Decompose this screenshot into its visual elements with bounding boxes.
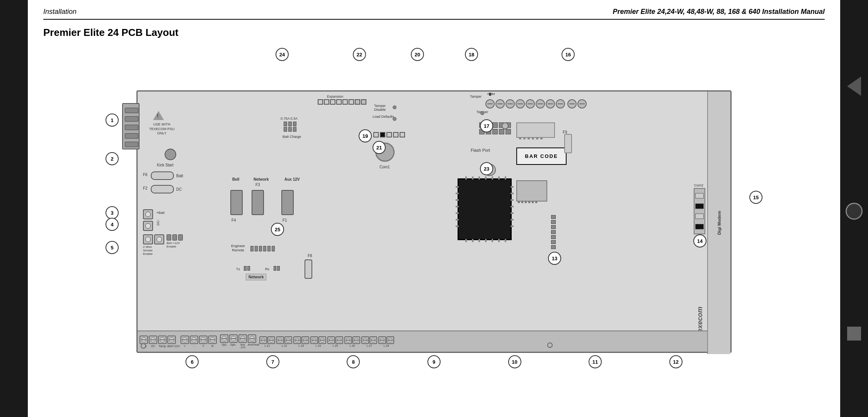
rx-label: Rx xyxy=(265,267,269,271)
tamper-terminals xyxy=(485,99,587,108)
pcb-board: ! USE WITHTEXECOM PSUONLY F6 Batt F2 DC … xyxy=(136,90,732,353)
terminal-5: 2 WireSmokeEnable xyxy=(143,234,164,244)
tamper-disable-label: TamperDisable xyxy=(374,104,386,112)
small-ic-2 xyxy=(516,180,547,202)
dc-label: DC xyxy=(176,187,182,192)
page-header: Installation Premier Elite 24,24-W, 48,4… xyxy=(43,8,825,20)
callout-21-circle: 21 xyxy=(373,141,386,154)
engineer-remote-pins xyxy=(250,246,275,251)
flash-port-label: Flash Port xyxy=(471,147,490,153)
fuse-f2 xyxy=(151,185,174,193)
callout-23-circle: 23 xyxy=(480,162,493,175)
led-load-defaults xyxy=(393,117,397,121)
arrow-left-icon[interactable] xyxy=(847,76,861,96)
tamper-label: Tamper xyxy=(470,95,482,98)
com2-connector xyxy=(694,188,705,234)
square-button[interactable] xyxy=(847,327,861,341)
barcode-text: BAR CODE xyxy=(525,153,558,159)
callout-24: 24 xyxy=(276,48,289,61)
f6-label: F6 xyxy=(143,173,148,177)
callout-3-outer: 3 xyxy=(106,206,119,219)
callout-4-outer: 4 xyxy=(106,218,119,231)
digi-modem-label: Digi Modem xyxy=(717,211,722,235)
engineer-remote-label: EngineerRemote xyxy=(231,244,245,253)
header-left: Installation xyxy=(43,8,77,16)
small-ic-1 xyxy=(516,122,555,138)
relay-aux12v-f1 xyxy=(281,190,294,215)
power-connector xyxy=(122,103,140,149)
callout-19-circle: 19 xyxy=(359,129,372,142)
callout-20: 20 xyxy=(411,48,424,61)
f4-label: F4 xyxy=(231,218,236,222)
bottom-terminals: Strb 0V Tamp Bell+12V xyxy=(138,331,707,352)
network-label: Network xyxy=(254,177,269,181)
load-defaults-label: Load Defaults xyxy=(373,115,394,119)
circle-button[interactable] xyxy=(846,203,863,220)
tx-label: Tx xyxy=(236,267,240,271)
callout-10: 10 xyxy=(508,355,521,368)
callout-15-outer: 15 xyxy=(749,191,762,204)
f8-label: F8 xyxy=(308,254,312,258)
callout-8: 8 xyxy=(347,355,360,368)
callout-17-circle: 17 xyxy=(480,119,493,132)
expansion-label: Expansion xyxy=(327,95,343,98)
terminal-3: +Batt xyxy=(143,209,165,221)
callout-19-leds xyxy=(373,132,405,137)
f1-label: F1 xyxy=(283,218,287,222)
led-tamper-disable xyxy=(393,105,397,109)
callout-11: 11 xyxy=(589,355,602,368)
callout-25-circle: 25 xyxy=(271,223,284,236)
callout-14-circle: 14 xyxy=(693,234,706,247)
callout-12: 12 xyxy=(669,355,682,368)
f2-label: F2 xyxy=(143,186,148,190)
bottom-right-led xyxy=(547,342,553,348)
large-ic-chip xyxy=(458,178,512,240)
network-connector-text: Network xyxy=(248,275,264,279)
f9-component xyxy=(564,134,572,153)
callout-5-outer: 5 xyxy=(106,241,119,254)
digi-modem-strip: Digi Modem xyxy=(707,92,730,354)
warning-symbol: ! xyxy=(153,111,164,120)
main-content: Installation Premier Elite 24,24-W, 48,4… xyxy=(28,0,840,417)
bell-enable-jumper: Bell +12VEnable xyxy=(167,234,183,241)
callout-9: 9 xyxy=(427,355,441,368)
use-with-text: USE WITHTEXECOM PSUONLY xyxy=(149,122,175,136)
com2-label: Com2 xyxy=(694,183,703,187)
fuse-f8 xyxy=(305,259,312,279)
header-right: Premier Elite 24,24-W, 48,48-W, 88, 168 … xyxy=(613,8,825,16)
tamper-led-17 xyxy=(502,122,509,129)
callout-13-circle: 13 xyxy=(548,252,561,265)
batt-charge-label: Batt Charge xyxy=(283,135,301,139)
callout-16: 16 xyxy=(562,48,575,61)
left-sidebar xyxy=(0,0,28,417)
batt-charge-jumpers xyxy=(284,122,296,132)
tx-pins xyxy=(244,266,250,271)
callout-2-outer: 2 xyxy=(106,152,119,165)
kickstart-button[interactable] xyxy=(165,149,176,160)
expansion-connector xyxy=(318,99,366,105)
callout-22: 22 xyxy=(353,48,366,61)
f3-label: F3 xyxy=(255,183,260,187)
bottom-callouts-row: 6 7 8 9 10 11 12 xyxy=(136,355,732,368)
callout-1-outer: 1 xyxy=(106,114,119,127)
barcode-label: BAR CODE xyxy=(516,147,567,165)
network-connector-label: Network xyxy=(246,274,266,280)
rx-pins xyxy=(274,266,280,271)
terminal-4: DC- xyxy=(143,221,160,232)
aux12v-label: Aux 12V xyxy=(284,177,300,181)
callout-7: 7 xyxy=(266,355,279,368)
bell-label: Bell xyxy=(232,177,239,181)
com1-label: Com1 xyxy=(380,165,390,169)
relay-network xyxy=(252,190,264,215)
batt-label: Batt xyxy=(176,174,183,178)
callout-13-pins xyxy=(551,215,556,249)
callout-6: 6 xyxy=(186,355,199,368)
kickstart-label: Kick Start xyxy=(157,163,174,167)
relay-bell-f4 xyxy=(230,190,243,215)
tamper-led-area: Tamper xyxy=(477,110,480,115)
page-title: Premier Elite 24 PCB Layout xyxy=(43,27,825,39)
right-sidebar xyxy=(840,0,868,417)
batt-charge-amps: 0.75A 0.3A xyxy=(281,117,298,120)
callout-18: 18 xyxy=(465,48,478,61)
bottom-left-led xyxy=(141,343,146,349)
